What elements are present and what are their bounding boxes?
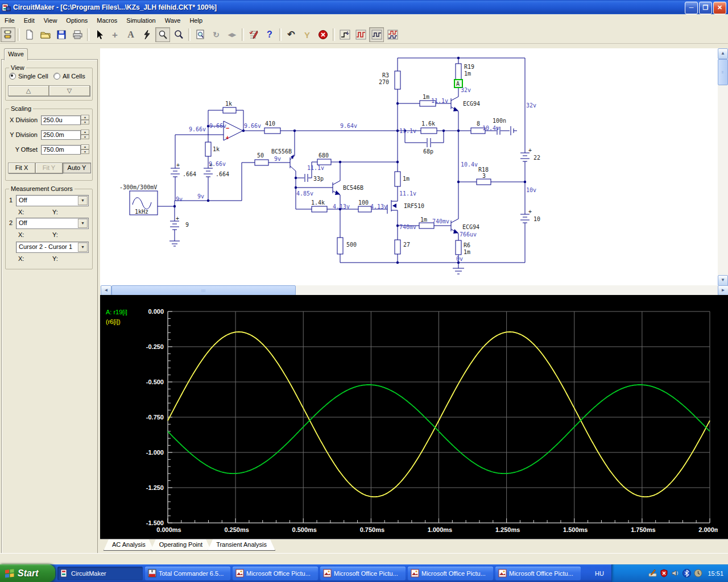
radio-single-cell[interactable]: Single Cell <box>9 73 48 80</box>
y-division-input[interactable]: 250.0m <box>41 130 81 140</box>
restore-button[interactable]: ❐ <box>699 2 712 14</box>
digital-waveform-button[interactable] <box>353 27 368 42</box>
probe-tool-button[interactable] <box>139 27 154 42</box>
edit-simulation-button[interactable] <box>246 27 261 42</box>
analog-waveform-button[interactable] <box>369 27 384 42</box>
resistor-100[interactable] <box>358 206 371 212</box>
rotate-button[interactable]: ↻ <box>209 27 224 42</box>
zoom-area-button[interactable] <box>171 27 186 42</box>
zoom-tool-button[interactable] <box>155 27 170 42</box>
start-button[interactable]: Start <box>0 564 55 582</box>
schematic-vscrollbar[interactable]: ▲ ≡ ▼ <box>718 48 728 285</box>
taskbar-task-office-picture-3[interactable]: Microsoft Office Pictu... <box>408 567 493 580</box>
vscroll-thumb[interactable]: ≡ <box>718 59 728 85</box>
step-waveform-button[interactable] <box>337 27 352 42</box>
menu-help[interactable]: Help <box>185 16 207 25</box>
print-button[interactable] <box>70 27 85 42</box>
waveform-panel[interactable]: A: r19[i](r6[i]) 0.000-0.250-0.500-0.750… <box>100 295 728 539</box>
bluetooth-icon[interactable] <box>682 569 691 577</box>
resistor-1k-feedback[interactable] <box>223 107 236 113</box>
total-commander-icon <box>148 569 156 577</box>
schematic-hscrollbar[interactable]: ◄ ||| ► <box>100 285 728 295</box>
language-indicator[interactable]: HU <box>591 570 608 577</box>
menu-view[interactable]: View <box>39 16 62 25</box>
text-tool-button[interactable]: A <box>123 27 138 42</box>
menu-edit[interactable]: Edit <box>19 16 39 25</box>
chevron-down-icon[interactable]: ▼ <box>78 243 88 252</box>
save-button[interactable] <box>54 27 69 42</box>
resistor-1m-drain[interactable] <box>395 172 400 186</box>
resistor-1.4k[interactable] <box>312 206 327 212</box>
scroll-left-arrow[interactable]: ◄ <box>101 285 111 296</box>
taskbar-task-office-picture-2[interactable]: Microsoft Office Pictu... <box>320 567 406 580</box>
fit-y-button[interactable]: Fit Y <box>35 163 63 173</box>
x-division-spinner[interactable]: ▲▼ <box>81 115 89 124</box>
reset-button[interactable]: ↶ <box>284 27 299 42</box>
resistor-1.6k[interactable] <box>421 128 437 134</box>
scroll-right-arrow[interactable]: ► <box>718 285 728 296</box>
scheduler-clock-icon[interactable] <box>694 569 702 577</box>
resistor-50[interactable] <box>255 160 268 165</box>
parts-browser-button[interactable] <box>1 27 15 42</box>
cursor2-select[interactable]: Off ▼ <box>16 218 89 229</box>
cursor-diff-select[interactable]: Cursor 2 - Cursor 1 ▼ <box>16 242 89 253</box>
cursor-arrow-icon <box>94 30 104 40</box>
y-division-spinner[interactable]: ▲▼ <box>81 130 89 139</box>
resistor-1k[interactable] <box>205 142 211 156</box>
print-preview-button[interactable] <box>193 27 208 42</box>
select-arrow-button[interactable] <box>92 27 106 42</box>
tab-operating-point[interactable]: Operating Point <box>151 539 211 551</box>
radio-single-cell-dot[interactable] <box>9 73 16 80</box>
y-offset-spinner[interactable]: ▲▼ <box>81 144 89 154</box>
x-division-input[interactable]: 250.0u <box>41 115 81 125</box>
fit-x-button[interactable]: Fit X <box>8 163 35 173</box>
menu-wave[interactable]: Wave <box>160 16 185 25</box>
hscroll-thumb[interactable]: ||| <box>111 285 296 296</box>
help-button[interactable]: ? <box>262 27 277 42</box>
resistor-680[interactable] <box>317 159 331 165</box>
cursor1-select[interactable]: Off ▼ <box>16 195 89 206</box>
resistor-410[interactable] <box>264 128 280 134</box>
radio-all-cells-dot[interactable] <box>53 73 60 80</box>
voltage-label: 4.13v <box>333 203 350 210</box>
taskbar-task-office-picture-4[interactable]: Microsoft Office Pictu... <box>495 567 581 580</box>
schematic-canvas[interactable]: -300m/300mV1kHz9.664.664+++++1k1k41050BC… <box>100 48 718 285</box>
resistor-r3-270[interactable] <box>395 71 400 89</box>
minimize-button[interactable]: ─ <box>685 2 698 14</box>
taskbar-task-total-commander[interactable]: Total Commander 6.5... <box>145 567 230 580</box>
volume-icon[interactable] <box>671 569 680 577</box>
resistor-r6-1m[interactable] <box>456 240 461 255</box>
resistor-r18-3[interactable] <box>477 179 491 185</box>
menu-simulation[interactable]: Simulation <box>122 16 160 25</box>
mirror-button[interactable]: ◀▶ <box>225 27 239 42</box>
mixed-waveform-button[interactable] <box>385 27 400 42</box>
menu-file[interactable]: File <box>0 16 19 25</box>
tab-ac-analysis[interactable]: AC Analysis <box>104 539 154 551</box>
close-button[interactable]: ✕ <box>713 2 726 14</box>
stop-simulation-button[interactable] <box>316 27 330 42</box>
auto-y-button[interactable]: Auto Y <box>63 163 91 173</box>
wire-tool-button[interactable]: + <box>107 27 122 42</box>
scroll-down-arrow[interactable]: ▼ <box>718 275 728 286</box>
probe-y-button[interactable]: Y <box>300 27 315 42</box>
cell-up-button[interactable]: △ <box>8 85 49 96</box>
new-file-button[interactable] <box>22 27 37 42</box>
open-file-button[interactable] <box>38 27 53 42</box>
radio-all-cells[interactable]: All Cells <box>53 73 85 80</box>
antivirus-shield-icon[interactable] <box>660 569 668 577</box>
resistor-500[interactable] <box>337 238 343 254</box>
menu-options[interactable]: Options <box>61 16 92 25</box>
menu-macros[interactable]: Macros <box>92 16 122 25</box>
cell-down-button[interactable]: ▽ <box>49 85 90 96</box>
chevron-down-icon[interactable]: ▼ <box>78 219 88 228</box>
y-offset-input[interactable]: 750.0m <box>41 145 81 155</box>
taskbar-task-circuitmaker[interactable]: CircuitMaker <box>57 567 143 580</box>
tab-wave[interactable]: Wave <box>4 48 28 60</box>
resistor-27[interactable] <box>395 240 400 254</box>
scroll-up-arrow[interactable]: ▲ <box>718 48 728 59</box>
taskbar-task-office-picture-1[interactable]: Microsoft Office Pictu... <box>233 567 318 580</box>
resistor-r19-1m[interactable] <box>456 64 461 80</box>
tab-transient-analysis[interactable]: Transient Analysis <box>208 539 275 551</box>
chevron-down-icon[interactable]: ▼ <box>78 196 88 205</box>
pen-tablet-icon[interactable] <box>648 569 657 577</box>
